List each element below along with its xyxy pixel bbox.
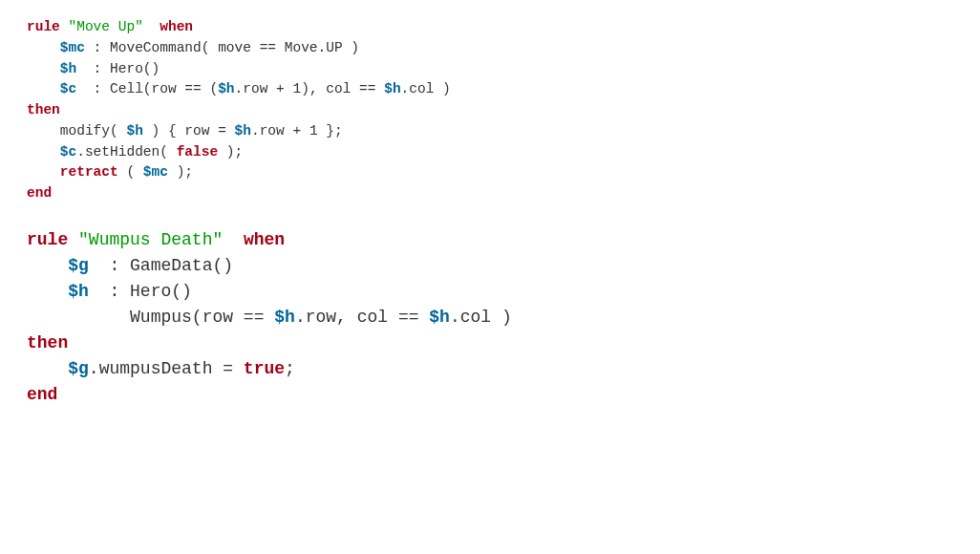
code-text: : Hero() [76,61,160,76]
code-text: ) { row = [143,123,235,138]
code-text: modify( [60,123,127,138]
code-text: .setHidden( [76,144,176,160]
code-text: .row, col == [295,308,429,327]
code-text: : Cell(row == ( [76,81,218,96]
keyword-then: then [27,102,60,117]
var-h: $h [274,308,295,327]
string-rule-name: "Wumpus Death" [78,230,223,249]
code-block-wumpus-death: rule "Wumpus Death" when $g : GameData()… [27,227,953,408]
var-c: $c [60,144,76,160]
code-text: .col ) [450,308,512,327]
var-h: $h [235,123,251,138]
code-text: .row + 1), col == [235,81,385,96]
string-rule-name: "Move Up" [69,19,143,34]
var-h: $h [218,81,234,96]
code-text: Wumpus(row == [130,308,274,327]
code-text: : MoveCommand( move == Move.UP ) [85,40,359,55]
code-text: : Hero() [89,282,192,301]
var-g: $g [68,359,89,378]
code-text: ); [168,164,193,180]
keyword-retract: retract [60,164,118,180]
keyword-then: then [27,333,68,352]
var-h: $h [60,61,76,76]
code-block-move-up: rule "Move Up" when $mc : MoveCommand( m… [27,17,953,204]
code-text: ; [285,359,295,378]
code-text: .col ) [401,81,451,96]
var-c: $c [60,81,76,96]
keyword-end: end [27,385,57,404]
keyword-when: when [244,230,285,249]
code-text: ( [118,164,143,180]
var-h: $h [68,282,89,301]
keyword-rule: rule [27,19,60,34]
keyword-rule: rule [27,230,68,249]
literal-false: false [177,144,219,160]
keyword-when: when [160,19,193,34]
var-h: $h [126,123,142,138]
var-mc: $mc [143,164,168,180]
var-h: $h [429,308,450,327]
var-h: $h [384,81,400,96]
code-text: .row + 1 }; [251,123,343,138]
keyword-end: end [27,185,52,201]
var-g: $g [68,256,89,275]
var-mc: $mc [60,40,85,55]
code-text: ); [218,144,243,160]
code-text: : GameData() [89,256,233,275]
literal-true: true [244,359,285,378]
code-text: .wumpusDeath = [89,359,244,378]
